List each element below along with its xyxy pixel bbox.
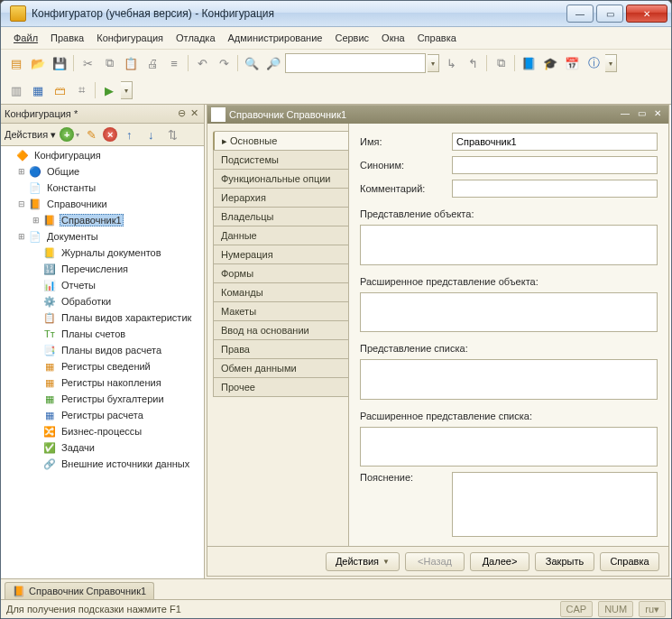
help-button[interactable]: Справка: [600, 552, 659, 571]
actions-menu[interactable]: Действия ▾: [5, 129, 58, 141]
edit-icon[interactable]: ✎: [81, 125, 101, 144]
comment-input[interactable]: [452, 180, 658, 198]
up-icon[interactable]: ↑: [119, 125, 139, 144]
tree-node[interactable]: ⊟📙Справочники: [1, 196, 204, 212]
panel-close-icon[interactable]: ✕: [188, 107, 200, 120]
menu-config[interactable]: Конфигурация: [91, 31, 169, 45]
pin-icon[interactable]: ⊖: [175, 107, 188, 120]
tree-node[interactable]: ТтПланы счетов: [1, 326, 204, 342]
editor-titlebar[interactable]: Справочник Справочник1 ― ▭ ✕: [207, 106, 668, 124]
list-repr-input[interactable]: [360, 359, 658, 400]
tab-8[interactable]: Команды: [213, 282, 348, 302]
tab-10[interactable]: Ввод на основании: [213, 320, 348, 340]
menu-admin[interactable]: Администрирование: [223, 31, 328, 45]
ext-list-repr-input[interactable]: [360, 427, 658, 467]
maximize-button[interactable]: ▭: [596, 5, 623, 23]
info-icon[interactable]: ⓘ: [584, 53, 603, 73]
tab-12[interactable]: Обмен данными: [213, 358, 348, 378]
tree-node[interactable]: ⊞🔵Общие: [1, 163, 204, 180]
sort-icon[interactable]: ⇅: [162, 125, 182, 144]
search-panel-icon[interactable]: 🔍: [242, 53, 262, 73]
tree-node[interactable]: ⊞📄Документы: [1, 228, 204, 245]
tree-node[interactable]: ▦Регистры расчета: [1, 407, 204, 423]
tree-node[interactable]: ▦Регистры бухгалтерии: [1, 391, 204, 407]
back-button[interactable]: <Назад: [405, 552, 465, 571]
tree-node[interactable]: ▦Регистры сведений: [1, 358, 204, 374]
tree-node[interactable]: ⚙️Обработки: [1, 293, 204, 310]
windows-icon[interactable]: ⧉: [491, 53, 511, 73]
search-dropdown-icon[interactable]: ▾: [428, 54, 439, 72]
tab-11[interactable]: Права: [213, 339, 348, 359]
name-input[interactable]: [452, 133, 658, 151]
tree-node[interactable]: 📒Журналы документов: [1, 245, 204, 261]
menu-debug[interactable]: Отладка: [170, 31, 220, 45]
tree-node[interactable]: 📋Планы видов характеристик: [1, 310, 204, 326]
close-editor-button[interactable]: Закрыть: [535, 552, 594, 571]
tree-node[interactable]: 🔀Бизнес-процессы: [1, 423, 204, 439]
tree-twisty-icon[interactable]: ⊞: [15, 232, 28, 241]
run-dropdown-icon[interactable]: ▾: [121, 81, 133, 99]
tab-13[interactable]: Прочее: [213, 377, 348, 397]
menu-help[interactable]: Справка: [412, 31, 462, 45]
tab-1[interactable]: Подсистемы: [213, 150, 348, 170]
tab-5[interactable]: Данные: [213, 226, 348, 245]
tree-node[interactable]: ▦Регистры накопления: [1, 374, 204, 391]
tree-node[interactable]: 🔗Внешние источники данных: [1, 456, 204, 472]
ext-obj-repr-input[interactable]: [360, 292, 658, 333]
tab-7[interactable]: Формы: [213, 263, 348, 283]
compare-icon[interactable]: ≡: [164, 53, 184, 73]
menu-edit[interactable]: Правка: [45, 31, 89, 45]
tab-6[interactable]: Нумерация: [213, 245, 348, 264]
tb2-3-icon[interactable]: 🗃: [50, 80, 69, 100]
paste-icon[interactable]: 📋: [121, 53, 141, 73]
titlebar[interactable]: Конфигуратор (учебная версия) - Конфигур…: [1, 1, 671, 27]
syntax-icon[interactable]: 🎓: [540, 53, 560, 73]
menu-service[interactable]: Сервис: [329, 31, 374, 45]
add-icon[interactable]: +: [60, 127, 74, 142]
open-icon[interactable]: 📂: [28, 53, 48, 73]
redo-icon[interactable]: ↷: [214, 53, 234, 73]
editor-maximize-icon[interactable]: ▭: [634, 108, 649, 121]
editor-minimize-icon[interactable]: ―: [618, 108, 632, 121]
print-icon[interactable]: 🖨: [143, 53, 162, 73]
down-icon[interactable]: ↓: [141, 125, 161, 144]
next-button[interactable]: Далее>: [470, 552, 529, 571]
tree-twisty-icon[interactable]: ⊞: [15, 167, 28, 176]
editor-close-icon[interactable]: ✕: [650, 108, 665, 121]
tree-node[interactable]: ✅Задачи: [1, 439, 204, 456]
tab-9[interactable]: Макеты: [213, 301, 348, 321]
minimize-button[interactable]: ―: [566, 5, 594, 23]
actions-button[interactable]: Действия▼: [326, 552, 400, 571]
calendar-icon[interactable]: 📅: [562, 53, 582, 73]
save-icon[interactable]: 💾: [50, 53, 69, 73]
search-input[interactable]: [285, 53, 426, 73]
tree-node[interactable]: 🔢Перечисления: [1, 261, 204, 277]
menu-windows[interactable]: Окна: [376, 31, 410, 45]
find-icon[interactable]: 🔎: [263, 53, 283, 73]
explain-input[interactable]: [452, 472, 658, 537]
tree-node[interactable]: ⊞📙Справочник1: [1, 212, 204, 228]
copy-icon[interactable]: ⧉: [99, 53, 119, 73]
new-icon[interactable]: ▤: [6, 53, 26, 73]
tree-node[interactable]: 📄Константы: [1, 180, 204, 196]
close-button[interactable]: ✕: [626, 5, 667, 23]
status-lang[interactable]: ru ▾: [639, 601, 666, 617]
tree-node[interactable]: 📊Отчеты: [1, 277, 204, 293]
tab-2[interactable]: Функциональные опции: [213, 169, 348, 189]
tree-twisty-icon[interactable]: ⊟: [15, 199, 28, 208]
tree-node[interactable]: 🔶Конфигурация: [1, 147, 204, 163]
obj-repr-input[interactable]: [360, 225, 658, 265]
config-panel-header[interactable]: Конфигурация * ⊖ ✕: [1, 105, 204, 124]
undo-icon[interactable]: ↶: [192, 53, 212, 73]
doc-tab[interactable]: 📙 Справочник Справочник1: [5, 582, 154, 599]
delete-icon[interactable]: ×: [103, 127, 117, 142]
config-tree[interactable]: 🔶Конфигурация⊞🔵Общие📄Константы⊟📙Справочн…: [1, 146, 204, 578]
run-icon[interactable]: ▶: [99, 80, 119, 100]
synonym-input[interactable]: [452, 156, 658, 174]
tab-0[interactable]: ▸ Основные: [213, 131, 348, 151]
tb2-1-icon[interactable]: ▥: [6, 80, 26, 100]
book-icon[interactable]: 📘: [519, 53, 539, 73]
find-next-icon[interactable]: ↳: [441, 53, 461, 73]
info-dropdown-icon[interactable]: ▾: [605, 54, 617, 72]
cut-icon[interactable]: ✂: [78, 53, 97, 73]
